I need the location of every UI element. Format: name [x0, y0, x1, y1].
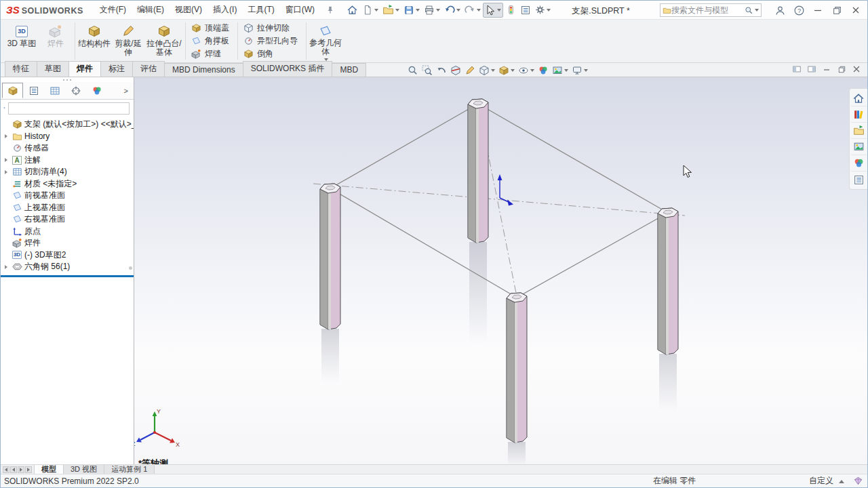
structural-member-button[interactable]: 结构构件 [77, 20, 111, 61]
hex-column-front[interactable] [507, 293, 527, 443]
rollback-bar[interactable] [1, 275, 134, 277]
tree-item-front-plane[interactable]: 前视基准面 [1, 190, 134, 202]
options-list-icon[interactable] [518, 3, 533, 18]
search-caret-icon[interactable] [755, 9, 759, 12]
tab-featuremanager[interactable] [2, 83, 23, 98]
expand-arrow-icon[interactable] [2, 158, 9, 162]
tree-root[interactable]: 支架 (默认<按加工>) <<默认>_显示状... [1, 119, 134, 131]
tree-item-history[interactable]: History [1, 131, 134, 143]
print-icon[interactable] [422, 3, 442, 18]
search-box[interactable] [660, 3, 762, 17]
apply-scene-icon[interactable] [551, 64, 570, 77]
section-view-icon[interactable] [449, 64, 462, 77]
pin-menu-icon[interactable] [323, 3, 338, 18]
tab-markup[interactable]: 标注 [100, 61, 133, 77]
view-palette-icon[interactable] [851, 139, 867, 155]
doc-restore-icon[interactable] [836, 64, 847, 75]
undo-icon[interactable] [442, 3, 462, 18]
tab-motion-study-1[interactable]: 运动算例 1 [104, 465, 155, 474]
sketch-line[interactable] [330, 104, 478, 188]
sketch-line[interactable] [330, 188, 517, 298]
tree-item-sensors[interactable]: 传感器 [1, 142, 134, 155]
new-document-icon[interactable] [360, 3, 380, 18]
tree-item-origin[interactable]: 原点 [1, 226, 134, 238]
minimize-icon[interactable] [809, 2, 827, 18]
menu-file[interactable]: 文件(F) [94, 1, 132, 18]
file-explorer-icon[interactable] [851, 123, 867, 139]
doc-close-icon[interactable] [851, 64, 862, 75]
dynamic-annotation-views-icon[interactable] [463, 64, 477, 77]
tree-item-annotations[interactable]: A 注解 [1, 155, 134, 167]
expand-arrow-icon[interactable] [2, 170, 9, 174]
chamfer-button[interactable]: 倒角 [240, 47, 304, 60]
sketch-line[interactable] [478, 104, 668, 213]
tab-dimxpertmanager[interactable] [65, 83, 86, 98]
help-icon[interactable]: ? [790, 2, 808, 18]
hide-show-items-icon[interactable] [517, 64, 536, 77]
more-tabs-chevron-icon[interactable]: > [124, 87, 128, 95]
trim-extend-button[interactable]: 剪裁/延伸 [111, 20, 145, 61]
pane-left-icon[interactable] [791, 64, 802, 75]
zoom-to-fit-icon[interactable] [406, 64, 420, 77]
restore-icon[interactable] [828, 2, 846, 18]
menu-window[interactable]: 窗口(W) [280, 1, 320, 18]
tab-mbd-dimensions[interactable]: MBD Dimensions [164, 63, 243, 77]
menu-edit[interactable]: 编辑(E) [132, 1, 170, 18]
tree-item-weldment[interactable]: 焊件 [1, 237, 134, 249]
tab-scroll-prev-icon[interactable] [10, 466, 17, 473]
panel-splitter-handle[interactable] [1, 77, 134, 82]
edit-appearance-icon[interactable] [536, 64, 550, 77]
menu-tools[interactable]: 工具(T) [242, 1, 279, 18]
expand-arrow-icon[interactable] [2, 265, 9, 269]
custom-properties-icon[interactable] [851, 171, 867, 188]
tab-scroll-next-icon[interactable] [18, 466, 24, 473]
search-icon[interactable] [745, 6, 753, 15]
rebuild-icon[interactable] [503, 3, 518, 18]
tab-features[interactable]: 特征 [5, 61, 37, 77]
hex-column-right[interactable] [658, 208, 678, 354]
tab-propertymanager[interactable] [23, 83, 44, 98]
pane-right-icon[interactable] [806, 64, 817, 75]
search-input[interactable] [671, 5, 745, 15]
tab-solidworks-addins[interactable]: SOLIDWORKS 插件 [243, 61, 333, 77]
tree-filter-input[interactable] [8, 102, 130, 115]
home-icon[interactable] [344, 3, 360, 18]
end-cap-button[interactable]: 顶端盖 [188, 22, 235, 35]
open-icon[interactable] [380, 3, 401, 18]
previous-view-icon[interactable] [435, 64, 448, 77]
sketch-origin[interactable] [498, 174, 513, 206]
menu-insert[interactable]: 插入(I) [208, 1, 242, 18]
tree-item-right-plane[interactable]: 右视基准面 [1, 214, 134, 226]
3d-sketch-button[interactable]: 3D 3D 草图 [5, 20, 39, 61]
expand-arrow-icon[interactable] [2, 134, 9, 138]
tab-configurationmanager[interactable] [44, 83, 65, 98]
save-icon[interactable] [401, 3, 422, 18]
redo-icon[interactable] [462, 3, 483, 18]
solidworks-resources-icon[interactable] [851, 90, 867, 106]
reference-geometry-button[interactable]: 参考几何体 [309, 20, 342, 61]
weldment-button[interactable]: 焊件 [39, 20, 73, 61]
custom-status-text[interactable]: 自定义 [809, 475, 833, 487]
hex-column-left[interactable] [320, 184, 340, 329]
tab-mbd[interactable]: MBD [332, 63, 366, 77]
hex-column-back[interactable] [468, 99, 488, 243]
zoom-to-area-icon[interactable] [420, 64, 434, 77]
appearances-scenes-icon[interactable] [851, 155, 867, 171]
caret-up-icon[interactable] [839, 480, 844, 483]
tab-scroll-first-icon[interactable] [3, 466, 9, 473]
tree-item-top-plane[interactable]: 上视基准面 [1, 202, 134, 214]
design-library-icon[interactable] [851, 106, 867, 123]
tab-sketch[interactable]: 草图 [37, 61, 69, 77]
view-orientation-icon[interactable] [477, 64, 496, 77]
menu-view[interactable]: 视图(V) [170, 1, 208, 18]
sketch-line[interactable] [517, 213, 668, 298]
tab-displaymanager[interactable] [86, 83, 107, 98]
tree-item-3d-sketch2[interactable]: 3D (-) 3D草图2 [1, 249, 134, 262]
extruded-boss-base-button[interactable]: 拉伸凸台/基体 [145, 20, 183, 61]
tab-3d-views[interactable]: 3D 视图 [64, 465, 104, 474]
gusset-button[interactable]: 角撑板 [188, 35, 235, 47]
tree-item-hex-steel[interactable]: 六角钢 56(1) [1, 261, 134, 273]
sketch-frame-lines[interactable] [330, 104, 668, 298]
tag-icon[interactable] [853, 476, 863, 488]
tab-evaluate[interactable]: 评估 [132, 61, 165, 77]
